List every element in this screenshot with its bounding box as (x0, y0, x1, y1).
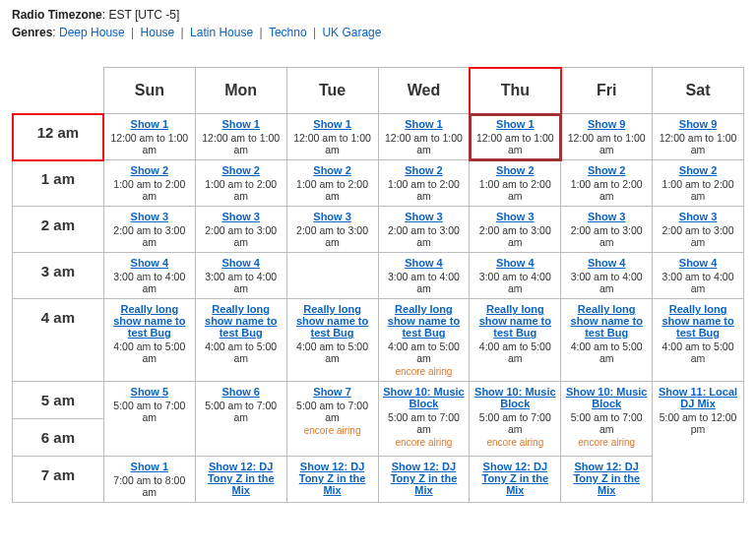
show-title[interactable]: Show 3 (656, 211, 740, 222)
schedule-cell[interactable]: Show 21:00 am to 2:00 am (561, 160, 653, 207)
show-title[interactable]: Really long show name to test Bug (472, 303, 557, 339)
schedule-cell[interactable]: Show 43:00 am to 4:00 am (470, 253, 561, 299)
show-title[interactable]: Show 12: DJ Tony Z in the Mix (472, 461, 557, 496)
schedule-cell[interactable]: Show 112:00 am to 1:00 am (470, 114, 561, 160)
show-title[interactable]: Show 3 (290, 211, 375, 222)
genre-link[interactable]: House (141, 26, 175, 39)
show-title[interactable]: Really long show name to test Bug (290, 303, 375, 339)
schedule-cell[interactable]: Show 12: DJ Tony Z in the Mix (195, 457, 286, 503)
show-title[interactable]: Show 1 (199, 118, 284, 130)
show-title[interactable]: Show 9 (564, 118, 649, 130)
show-title[interactable]: Show 10: Music Block (472, 386, 557, 409)
schedule-cell[interactable]: Show 12: DJ Tony Z in the Mix (378, 457, 470, 503)
schedule-cell[interactable]: Show 21:00 am to 2:00 am (103, 160, 195, 207)
schedule-cell[interactable]: Show 32:00 am to 3:00 am (195, 207, 286, 253)
schedule-cell[interactable]: Show 43:00 am to 4:00 am (195, 253, 286, 299)
schedule-cell[interactable]: Show 21:00 am to 2:00 am (378, 160, 470, 207)
show-title[interactable]: Really long show name to test Bug (656, 303, 740, 339)
show-title[interactable]: Show 9 (656, 118, 740, 130)
genre-link[interactable]: Latin House (190, 26, 253, 39)
show-title[interactable]: Really long show name to test Bug (564, 303, 649, 339)
schedule-cell[interactable]: Show 32:00 am to 3:00 am (378, 207, 470, 253)
show-title[interactable]: Show 1 (472, 118, 557, 130)
show-title[interactable]: Show 11: Local DJ Mix (656, 386, 740, 409)
schedule-cell[interactable]: Show 55:00 am to 7:00 am (103, 382, 195, 457)
schedule-cell[interactable]: Show 112:00 am to 1:00 am (286, 114, 378, 160)
show-title[interactable]: Show 4 (382, 257, 467, 269)
show-title[interactable]: Show 12: DJ Tony Z in the Mix (290, 461, 375, 496)
schedule-cell[interactable]: Show 10: Music Block5:00 am to 7:00 amen… (470, 382, 561, 457)
schedule-cell[interactable]: Show 17:00 am to 8:00 am (103, 457, 195, 503)
genre-link[interactable]: Techno (269, 26, 307, 39)
show-title[interactable]: Show 4 (472, 257, 557, 269)
schedule-cell[interactable]: Show 32:00 am to 3:00 am (653, 207, 744, 253)
show-title[interactable]: Show 3 (199, 211, 284, 222)
show-title[interactable]: Really long show name to test Bug (199, 303, 284, 339)
genre-link[interactable]: UK Garage (322, 26, 381, 39)
schedule-cell[interactable]: Show 12: DJ Tony Z in the Mix (561, 457, 653, 503)
show-title[interactable]: Show 12: DJ Tony Z in the Mix (199, 461, 284, 496)
schedule-cell[interactable]: Show 32:00 am to 3:00 am (470, 207, 561, 253)
show-title[interactable]: Show 12: DJ Tony Z in the Mix (382, 461, 467, 496)
show-title[interactable]: Show 2 (472, 164, 557, 176)
schedule-cell[interactable]: Show 65:00 am to 7:00 am (195, 382, 286, 457)
show-title[interactable]: Show 12: DJ Tony Z in the Mix (564, 461, 649, 496)
genre-link[interactable]: Deep House (59, 26, 125, 39)
show-title[interactable]: Show 10: Music Block (564, 386, 649, 409)
schedule-cell[interactable]: Show 21:00 am to 2:00 am (195, 160, 286, 207)
schedule-cell[interactable]: Show 12: DJ Tony Z in the Mix (286, 457, 378, 503)
schedule-cell[interactable]: Show 10: Music Block5:00 am to 7:00 amen… (561, 382, 653, 457)
schedule-cell[interactable]: Show 32:00 am to 3:00 am (561, 207, 653, 253)
schedule-cell[interactable]: Really long show name to test Bug4:00 am… (653, 299, 744, 382)
schedule-cell[interactable]: Show 32:00 am to 3:00 am (103, 207, 195, 253)
show-title[interactable]: Really long show name to test Bug (382, 303, 467, 339)
show-title[interactable]: Show 10: Music Block (382, 386, 467, 409)
show-title[interactable]: Show 2 (107, 164, 192, 176)
schedule-cell[interactable]: Show 12: DJ Tony Z in the Mix (470, 457, 561, 503)
show-title[interactable]: Show 4 (199, 257, 284, 269)
schedule-cell[interactable]: Show 43:00 am to 4:00 am (103, 253, 195, 299)
show-title[interactable]: Show 2 (656, 164, 740, 176)
schedule-cell[interactable]: Show 75:00 am to 7:00 amencore airing (286, 382, 378, 457)
schedule-cell[interactable]: Show 912:00 am to 1:00 am (561, 114, 653, 160)
show-title[interactable]: Show 3 (472, 211, 557, 222)
schedule-cell[interactable]: Show 112:00 am to 1:00 am (103, 114, 195, 160)
schedule-cell[interactable]: Show 112:00 am to 1:00 am (195, 114, 286, 160)
show-title[interactable]: Show 2 (199, 164, 284, 176)
schedule-cell[interactable]: Really long show name to test Bug4:00 am… (470, 299, 561, 382)
show-title[interactable]: Really long show name to test Bug (107, 303, 192, 339)
show-title[interactable]: Show 7 (290, 386, 375, 398)
schedule-cell[interactable]: Show 21:00 am to 2:00 am (470, 160, 561, 207)
show-title[interactable]: Show 1 (290, 118, 375, 130)
show-title[interactable]: Show 2 (382, 164, 467, 176)
schedule-cell[interactable]: Show 32:00 am to 3:00 am (286, 207, 378, 253)
show-title[interactable]: Show 2 (290, 164, 375, 176)
day-header: Tue (286, 68, 378, 114)
schedule-cell[interactable]: Really long show name to test Bug4:00 am… (378, 299, 470, 382)
schedule-cell[interactable]: Really long show name to test Bug4:00 am… (286, 299, 378, 382)
show-title[interactable]: Show 1 (107, 118, 192, 130)
show-title[interactable]: Show 1 (382, 118, 467, 130)
schedule-cell[interactable]: Show 912:00 am to 1:00 am (653, 114, 744, 160)
show-title[interactable]: Show 5 (107, 386, 192, 398)
schedule-cell[interactable]: Really long show name to test Bug4:00 am… (195, 299, 286, 382)
schedule-cell[interactable]: Show 43:00 am to 4:00 am (378, 253, 470, 299)
schedule-cell[interactable]: Really long show name to test Bug4:00 am… (561, 299, 653, 382)
schedule-cell[interactable]: Show 112:00 am to 1:00 am (378, 114, 470, 160)
show-title[interactable]: Show 1 (107, 461, 192, 472)
show-title[interactable]: Show 6 (199, 386, 284, 398)
show-title[interactable]: Show 4 (564, 257, 649, 269)
schedule-cell[interactable]: Show 43:00 am to 4:00 am (561, 253, 653, 299)
show-title[interactable]: Show 3 (382, 211, 467, 222)
show-title[interactable]: Show 4 (107, 257, 192, 269)
schedule-cell[interactable]: Show 43:00 am to 4:00 am (653, 253, 744, 299)
schedule-cell[interactable]: Really long show name to test Bug4:00 am… (103, 299, 195, 382)
show-title[interactable]: Show 3 (107, 211, 192, 222)
show-title[interactable]: Show 3 (564, 211, 649, 222)
schedule-cell[interactable]: Show 21:00 am to 2:00 am (653, 160, 744, 207)
show-title[interactable]: Show 2 (564, 164, 649, 176)
show-title[interactable]: Show 4 (656, 257, 740, 269)
schedule-cell[interactable]: Show 21:00 am to 2:00 am (286, 160, 378, 207)
schedule-cell[interactable]: Show 10: Music Block5:00 am to 7:00 amen… (378, 382, 470, 457)
schedule-cell[interactable]: Show 11: Local DJ Mix5:00 am to 12:00 pm (653, 382, 744, 503)
